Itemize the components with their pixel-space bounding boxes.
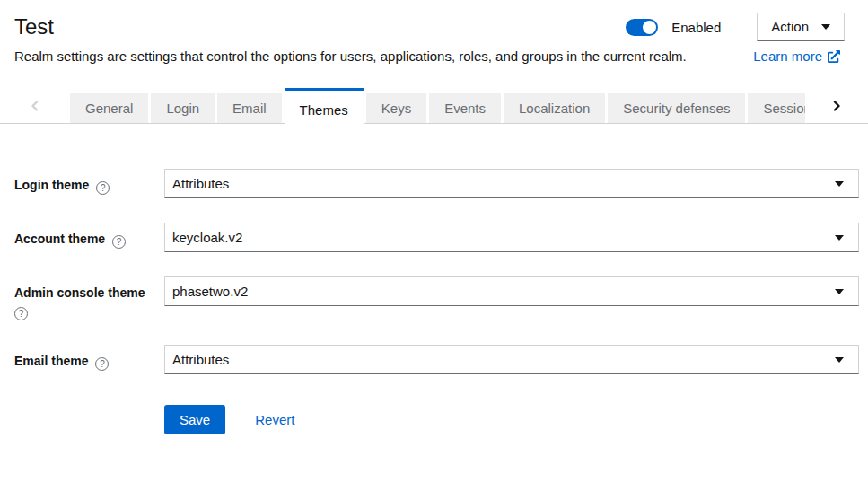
learn-more-label: Learn more bbox=[753, 48, 822, 64]
header-controls: Enabled Action bbox=[626, 13, 845, 41]
action-dropdown-button[interactable]: Action bbox=[757, 13, 845, 41]
revert-button[interactable]: Revert bbox=[255, 412, 294, 427]
admin-console-theme-field: Admin console theme? phasetwo.v2 bbox=[14, 276, 859, 320]
account-theme-value: keycloak.v2 bbox=[172, 230, 242, 245]
admin-console-theme-select[interactable]: phasetwo.v2 bbox=[164, 276, 859, 306]
realm-settings-tabs: General Login Email Themes Keys Events L… bbox=[0, 88, 868, 129]
caret-down-icon bbox=[835, 289, 844, 294]
toggle-knob-icon bbox=[643, 21, 656, 34]
help-icon[interactable]: ? bbox=[95, 357, 109, 371]
login-theme-select[interactable]: Attributes bbox=[164, 169, 859, 198]
tabs-scroll-right-button[interactable] bbox=[805, 88, 868, 124]
email-theme-select[interactable]: Attributes bbox=[164, 345, 859, 374]
themes-tab-panel: Login theme? Attributes Account theme? k… bbox=[0, 129, 868, 434]
account-theme-label: Account theme bbox=[14, 232, 105, 246]
learn-more-link[interactable]: Learn more bbox=[753, 48, 840, 64]
caret-down-icon bbox=[835, 357, 844, 363]
email-theme-label-group: Email theme? bbox=[14, 345, 150, 371]
login-theme-label-group: Login theme? bbox=[14, 169, 150, 195]
tab-security-defenses[interactable]: Security defenses bbox=[608, 93, 745, 123]
page-title: Test bbox=[14, 13, 626, 41]
form-actions: Save Revert bbox=[164, 405, 859, 434]
help-icon[interactable]: ? bbox=[112, 235, 126, 249]
account-theme-field: Account theme? keycloak.v2 bbox=[14, 223, 859, 252]
tab-themes[interactable]: Themes bbox=[285, 88, 364, 129]
login-theme-field: Login theme? Attributes bbox=[14, 169, 859, 198]
email-theme-value: Attributes bbox=[172, 352, 229, 367]
account-theme-label-group: Account theme? bbox=[14, 223, 150, 249]
tab-email[interactable]: Email bbox=[217, 93, 282, 123]
save-button[interactable]: Save bbox=[164, 405, 225, 434]
help-icon[interactable]: ? bbox=[96, 181, 110, 195]
chevron-right-icon bbox=[831, 101, 842, 111]
admin-console-theme-value: phasetwo.v2 bbox=[172, 284, 248, 299]
admin-console-theme-label: Admin console theme bbox=[14, 285, 145, 300]
help-icon[interactable]: ? bbox=[14, 307, 28, 320]
enabled-toggle-label[interactable]: Enabled bbox=[671, 20, 721, 35]
tab-general[interactable]: General bbox=[70, 93, 148, 123]
login-theme-label: Login theme bbox=[14, 178, 89, 192]
enabled-toggle-group: Enabled bbox=[626, 19, 721, 36]
action-dropdown-label: Action bbox=[771, 19, 809, 34]
tabs-scroll-left-button[interactable] bbox=[0, 88, 70, 124]
tabs-viewport: General Login Email Themes Keys Events L… bbox=[70, 88, 805, 129]
login-theme-value: Attributes bbox=[172, 176, 229, 191]
email-theme-field: Email theme? Attributes bbox=[14, 345, 859, 374]
account-theme-select[interactable]: keycloak.v2 bbox=[164, 223, 859, 252]
tab-login[interactable]: Login bbox=[151, 93, 215, 123]
tab-events[interactable]: Events bbox=[429, 93, 501, 123]
tab-sessions[interactable]: Sessions bbox=[748, 93, 805, 123]
email-theme-label: Email theme bbox=[14, 354, 88, 368]
tab-keys[interactable]: Keys bbox=[366, 93, 426, 123]
caret-down-icon bbox=[835, 235, 844, 241]
external-link-icon bbox=[828, 50, 840, 63]
page-header: Test Enabled Action Realm settings are s… bbox=[0, 0, 868, 65]
tab-localization[interactable]: Localization bbox=[504, 93, 605, 123]
enabled-toggle[interactable] bbox=[626, 19, 658, 36]
realm-settings-description: Realm settings are settings that control… bbox=[14, 48, 753, 65]
caret-down-icon bbox=[821, 24, 830, 30]
admin-console-theme-label-group: Admin console theme? bbox=[14, 276, 150, 320]
chevron-left-icon bbox=[30, 101, 40, 111]
caret-down-icon bbox=[835, 181, 844, 187]
